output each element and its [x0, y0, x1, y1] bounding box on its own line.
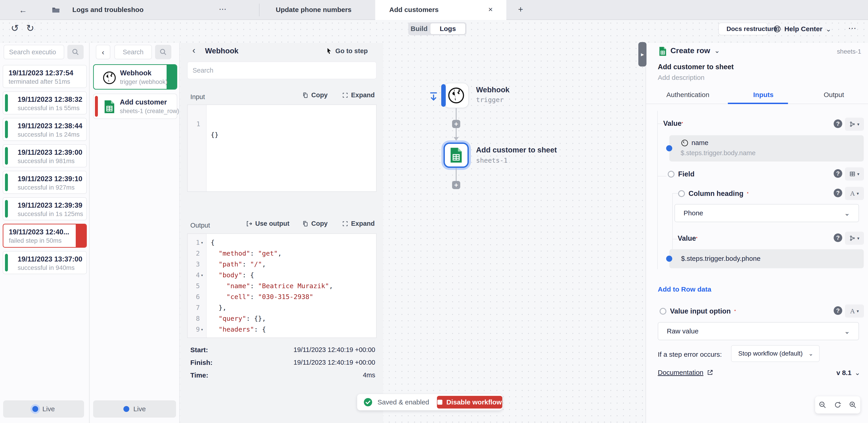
undo-icon[interactable]: ↺	[11, 23, 19, 34]
execution-row[interactable]: 19/11/2023 12:38:32 successful in 1s 55m…	[3, 91, 87, 114]
more-options-icon[interactable]: ⋯	[848, 24, 856, 33]
value1-mode-dropdown[interactable]: ▾	[845, 118, 864, 131]
use-output-button[interactable]: Use output	[246, 220, 289, 227]
detail-search-input[interactable]	[187, 61, 377, 79]
line-number: 8	[188, 313, 200, 324]
meta-label: Time:	[190, 371, 208, 379]
steps-live-toggle[interactable]: Live	[93, 400, 176, 418]
output-code-editor[interactable]: 1▾{ 2 "method": "get", 3 "path": "/", 4▾…	[187, 233, 377, 338]
tab-inputs[interactable]: Inputs	[753, 91, 774, 98]
toggle-build[interactable]: Build	[408, 25, 430, 33]
steps-sidebar: ‹ Webhook trigger (webhook) Add customer…	[90, 43, 180, 423]
help-center-button[interactable]: Help Center ⌄	[773, 23, 831, 35]
execution-row[interactable]: 19/11/2023 12:38:44 successful in 1s 24m…	[3, 118, 87, 141]
execution-row[interactable]: 19/11/2023 12:39:00 successful in 981ms	[3, 144, 87, 167]
success-bar	[5, 94, 8, 112]
help-icon[interactable]: ?	[834, 169, 842, 178]
column-heading-row: Column heading*	[678, 190, 748, 198]
zoom-in-icon[interactable]	[849, 401, 857, 409]
add-to-row-data-link[interactable]: Add to Row data	[658, 285, 711, 293]
tab-add-customers[interactable]: Add customers ×	[375, 0, 506, 20]
browser-back-icon[interactable]: ←	[19, 5, 27, 15]
value2-mode-dropdown[interactable]: ▾	[845, 232, 864, 245]
execution-row-failed-selected[interactable]: 19/11/2023 12:40... failed step in 50ms	[3, 224, 87, 248]
radio-icon[interactable]	[678, 190, 685, 197]
add-step-button[interactable]: +	[452, 181, 460, 189]
collapse-steps-button[interactable]: ‹	[96, 45, 110, 59]
toggle-logs[interactable]: Logs	[430, 23, 466, 35]
help-icon[interactable]: ?	[834, 189, 842, 197]
step-item-webhook-selected[interactable]: Webhook trigger (webhook)	[93, 64, 177, 90]
mapped-value-dot	[666, 145, 672, 151]
radio-icon[interactable]	[668, 171, 675, 177]
execution-row[interactable]: 19/11/2023 12:39:39 successful in 1s 125…	[3, 197, 87, 220]
search-executions-button[interactable]	[67, 45, 84, 59]
version-selector[interactable]: v 8.1 ⌄	[836, 369, 860, 377]
docs-restructure-button[interactable]: Docs restructure	[718, 23, 768, 35]
search-executions-input[interactable]	[4, 45, 64, 59]
help-icon[interactable]: ?	[834, 306, 842, 315]
indent-tick	[657, 176, 666, 176]
step-subtitle: trigger (webhook)	[120, 79, 167, 85]
go-to-step-button[interactable]: Go to step	[326, 47, 368, 55]
execution-row[interactable]: 19/11/2023 12:39:10 successful in 927ms	[3, 171, 87, 194]
value2-field[interactable]: $.steps.trigger.body.phone	[669, 249, 864, 268]
tab-update-phone-numbers[interactable]: Update phone numbers	[276, 6, 351, 13]
tab-output[interactable]: Output	[824, 91, 844, 98]
line-number: 5	[188, 281, 200, 291]
help-icon[interactable]: ?	[834, 233, 842, 242]
action-selector[interactable]: Create row ⌄	[671, 46, 720, 55]
tab-menu-icon[interactable]: ⋯	[219, 4, 226, 13]
step-name[interactable]: Add customer to sheet	[658, 63, 734, 71]
search-steps-input[interactable]	[114, 45, 152, 59]
letter-a-icon: A	[850, 307, 855, 315]
tab-logs-and-troubleshooting[interactable]: Logs and troubleshoo	[72, 6, 144, 13]
zoom-out-icon[interactable]	[818, 401, 827, 409]
disable-workflow-button[interactable]: Disable workflow	[437, 396, 502, 408]
column-heading-mode-dropdown[interactable]: A ▾	[845, 187, 864, 200]
error-behavior-select[interactable]: Stop workflow (default) ⌄	[731, 345, 819, 362]
redo-icon[interactable]: ↻	[26, 23, 34, 34]
input-expand-button[interactable]: Expand	[342, 91, 375, 99]
mapped-field-name: name	[691, 139, 708, 147]
value-input-option-mode-dropdown[interactable]: A ▾	[845, 305, 864, 318]
column-heading-select[interactable]: Phone ⌄	[675, 204, 859, 222]
collapse-caret-icon[interactable]: ▾	[201, 237, 206, 248]
canvas-node-webhook[interactable]	[443, 83, 469, 108]
active-tab-underline	[728, 103, 788, 104]
reset-zoom-icon[interactable]	[834, 401, 842, 409]
canvas-node-add-customer-selected[interactable]	[443, 142, 469, 168]
branch-icon	[849, 121, 855, 127]
input-code-editor[interactable]: 1 {}	[187, 105, 377, 192]
tab-close-icon[interactable]: ×	[488, 5, 493, 14]
add-step-button[interactable]: +	[452, 120, 460, 128]
execution-status: failed step in 50ms	[9, 237, 61, 244]
collapse-panel-handle[interactable]: ▸	[638, 42, 647, 66]
new-tab-icon[interactable]: +	[518, 4, 523, 14]
pull-trigger-icon[interactable]	[429, 91, 438, 103]
value-input-option-select[interactable]: Raw value ⌄	[658, 322, 859, 340]
live-dot-icon	[32, 406, 38, 412]
caret-down-icon: ▾	[857, 236, 860, 241]
radio-icon[interactable]	[659, 308, 666, 315]
tab-authentication[interactable]: Authentication	[666, 91, 709, 98]
execution-row[interactable]: 19/11/2023 13:37:00 successful in 940ms	[3, 251, 87, 274]
step-description-placeholder[interactable]: Add description	[658, 74, 705, 81]
executions-live-toggle[interactable]: Live	[3, 400, 84, 418]
search-steps-button[interactable]	[155, 45, 171, 59]
collapse-caret-icon[interactable]: ▾	[201, 270, 206, 281]
copy-icon	[302, 220, 309, 227]
value1-field[interactable]: name $.steps.trigger.body.name	[669, 135, 864, 162]
input-copy-button[interactable]: Copy	[302, 91, 328, 99]
output-expand-button[interactable]: Expand	[342, 220, 375, 227]
action-name-label: Create row	[671, 46, 710, 55]
collapse-caret-icon[interactable]: ▾	[201, 324, 206, 335]
field-label: Value	[678, 234, 696, 243]
help-icon[interactable]: ?	[834, 119, 842, 128]
output-copy-button[interactable]: Copy	[302, 220, 328, 227]
documentation-link[interactable]: Documentation	[658, 369, 713, 376]
detail-back-icon[interactable]: ‹	[192, 45, 195, 55]
field-mode-dropdown[interactable]: ▾	[845, 167, 864, 180]
execution-row[interactable]: 19/11/2023 12:37:54 terminated after 51m…	[3, 65, 87, 88]
step-item-add-customer[interactable]: Add customer to ... sheets-1 (create_row…	[93, 94, 177, 119]
